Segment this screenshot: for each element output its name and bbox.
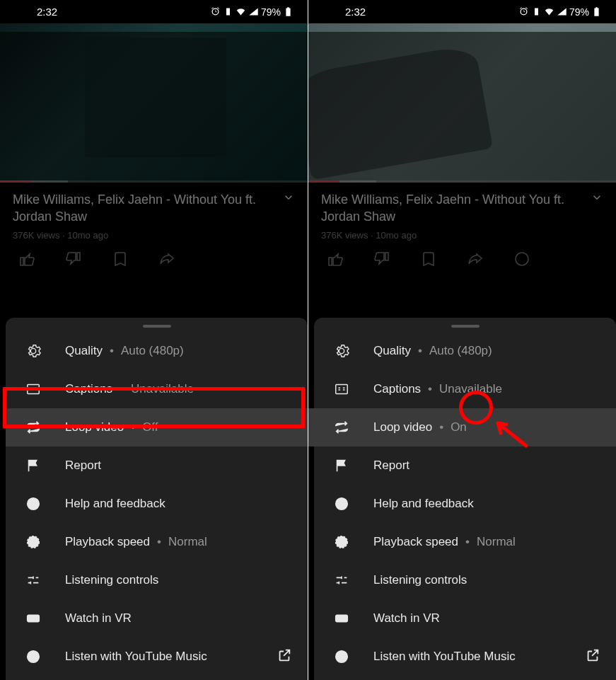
speed-label: Playback speed — [373, 535, 458, 549]
wifi-icon — [544, 6, 554, 17]
speed-icon — [334, 534, 349, 550]
quality-value: Auto (480p) — [429, 344, 492, 358]
gear-icon — [334, 343, 349, 359]
vibrate-icon — [531, 6, 542, 17]
status-right: 79% — [210, 6, 294, 18]
report-label: Report — [65, 459, 101, 473]
listening-label: Listening controls — [65, 573, 158, 587]
dislike-icon[interactable] — [373, 250, 390, 267]
menu-speed[interactable]: Playback speed • Normal — [314, 523, 616, 561]
loop-value: Off — [142, 420, 158, 434]
help-icon — [25, 496, 41, 512]
ytmusic-label: Listen with YouTube Music — [373, 650, 516, 664]
battery-text: 79% — [261, 6, 281, 18]
menu-ytmusic[interactable]: Listen with YouTube Music — [6, 638, 308, 676]
status-time: 2:32 — [37, 6, 57, 18]
captions-icon — [334, 381, 349, 397]
video-info: Mike Williams, Felix Jaehn - Without You… — [0, 183, 308, 267]
speed-label: Playback speed — [65, 535, 150, 549]
menu-vr[interactable]: Watch in VR — [6, 599, 308, 638]
svg-point-13 — [338, 617, 341, 620]
external-icon — [585, 647, 600, 667]
video-player[interactable] — [0, 23, 308, 183]
gear-icon — [25, 343, 41, 359]
loop-icon — [334, 420, 349, 435]
menu-listening[interactable]: Listening controls — [314, 561, 616, 599]
remix-icon[interactable] — [513, 250, 530, 267]
chevron-down-icon[interactable] — [282, 191, 295, 204]
svg-point-14 — [343, 617, 346, 620]
loop-icon — [25, 420, 41, 435]
sheet-handle[interactable] — [451, 325, 480, 328]
captions-value: Unavailable — [439, 382, 502, 396]
speed-value: Normal — [477, 535, 516, 549]
flag-icon — [25, 458, 41, 473]
help-label: Help and feedback — [373, 497, 474, 511]
menu-loop[interactable]: Loop video • On — [308, 408, 616, 446]
sheet-handle[interactable] — [143, 325, 171, 328]
svg-rect-0 — [28, 385, 40, 394]
loop-label: Loop video — [373, 420, 432, 434]
svg-point-4 — [30, 617, 33, 620]
menu-help[interactable]: Help and feedback — [314, 485, 616, 523]
menu-quality[interactable]: Quality • Auto (480p) — [314, 332, 616, 370]
loop-value: On — [451, 420, 467, 434]
video-title[interactable]: Mike Williams, Felix Jaehn - Without You… — [321, 191, 583, 226]
signal-icon — [557, 6, 567, 17]
svg-point-8 — [516, 253, 528, 265]
dislike-icon[interactable] — [65, 250, 82, 267]
ytmusic-label: Listen with YouTube Music — [65, 650, 207, 664]
captions-value: Unavailable — [131, 382, 194, 396]
captions-label: Captions — [65, 382, 112, 396]
bottom-sheet: Quality • Auto (480p) Captions • Unavail… — [6, 318, 308, 680]
status-right: 79% — [518, 6, 602, 18]
video-player[interactable] — [308, 23, 616, 183]
menu-speed[interactable]: Playback speed • Normal — [6, 523, 308, 561]
menu-ytmusic[interactable]: Listen with YouTube Music — [314, 638, 616, 676]
ytmusic-icon — [25, 649, 41, 664]
save-icon[interactable] — [420, 250, 437, 267]
video-meta: 376K views · 10mo ago — [321, 230, 603, 241]
menu-report[interactable]: Report — [6, 446, 308, 485]
menu-loop[interactable]: Loop video • Off — [6, 408, 308, 446]
chevron-down-icon[interactable] — [591, 191, 603, 204]
action-bar — [321, 241, 603, 267]
video-title[interactable]: Mike Williams, Felix Jaehn - Without You… — [13, 191, 275, 226]
share-icon[interactable] — [158, 250, 175, 267]
sliders-icon — [25, 572, 41, 588]
menu-quality[interactable]: Quality • Auto (480p) — [6, 332, 308, 370]
save-icon[interactable] — [112, 250, 129, 267]
sliders-icon — [334, 572, 349, 588]
vr-icon — [334, 611, 349, 626]
external-icon — [277, 647, 292, 667]
like-icon[interactable] — [18, 250, 35, 267]
help-label: Help and feedback — [65, 497, 165, 511]
menu-help[interactable]: Help and feedback — [6, 485, 308, 523]
share-icon[interactable] — [467, 250, 484, 267]
battery-icon — [591, 6, 602, 17]
vr-label: Watch in VR — [373, 611, 440, 626]
menu-listening[interactable]: Listening controls — [6, 561, 308, 599]
menu-vr[interactable]: Watch in VR — [314, 599, 616, 638]
phone-right: 2:32 79% Mike Williams, Felix Jaehn - Wi… — [308, 0, 616, 680]
quality-label: Quality — [65, 344, 103, 358]
report-label: Report — [373, 459, 409, 473]
annotation-arrow — [491, 417, 533, 456]
status-bar: 2:32 79% — [0, 0, 308, 23]
vr-icon — [25, 611, 41, 626]
menu-report[interactable]: Report — [314, 446, 616, 485]
vr-label: Watch in VR — [65, 611, 132, 626]
menu-captions[interactable]: Captions • Unavailable — [314, 370, 616, 408]
menu-captions[interactable]: Captions • Unavailable — [6, 370, 308, 408]
bottom-sheet: Quality • Auto (480p) Captions • Unavail… — [314, 318, 616, 680]
captions-icon — [25, 381, 41, 397]
ytmusic-icon — [334, 649, 349, 664]
battery-text: 79% — [569, 6, 589, 18]
status-time: 2:32 — [345, 6, 366, 18]
like-icon[interactable] — [327, 250, 344, 267]
quality-label: Quality — [373, 344, 411, 358]
quality-value: Auto (480p) — [121, 344, 184, 358]
battery-icon — [283, 6, 294, 17]
alarm-icon — [210, 6, 221, 17]
alarm-icon — [518, 6, 529, 17]
